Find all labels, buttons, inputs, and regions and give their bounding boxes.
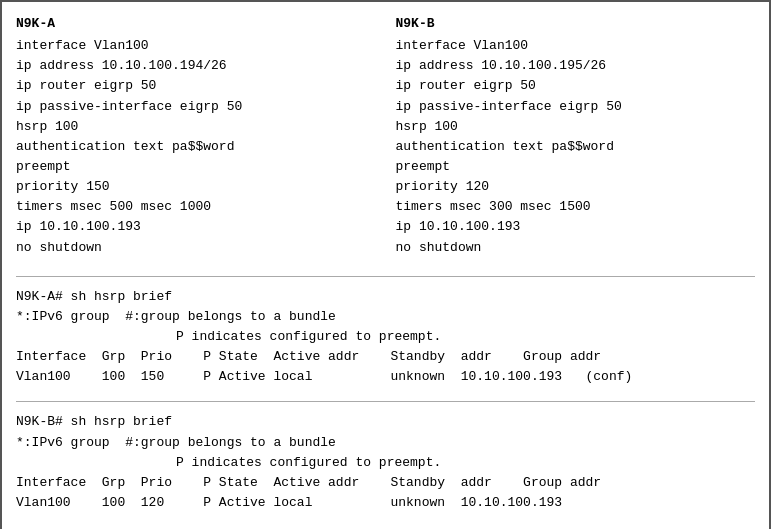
code-line: hsrp 100 <box>396 117 756 137</box>
hsrp-a-legend2: P indicates configured to preempt. <box>16 327 755 347</box>
code-line: no shutdown <box>396 238 756 258</box>
code-line: ip passive-interface eigrp 50 <box>16 97 376 117</box>
main-container: N9K-A interface Vlan100ip address 10.10.… <box>0 0 771 529</box>
code-line: ip router eigrp 50 <box>16 76 376 96</box>
hsrp-b-section: N9K-B# sh hsrp brief *:IPv6 group #:grou… <box>16 412 755 513</box>
hsrp-b-data: Vlan100 100 120 P Active local unknown 1… <box>16 493 755 513</box>
code-line: interface Vlan100 <box>396 36 756 56</box>
code-line: ip 10.10.100.193 <box>396 217 756 237</box>
node-a-lines: interface Vlan100ip address 10.10.100.19… <box>16 36 376 258</box>
code-line: preempt <box>396 157 756 177</box>
code-line: ip 10.10.100.193 <box>16 217 376 237</box>
code-line: authentication text pa$$word <box>396 137 756 157</box>
code-line: authentication text pa$$word <box>16 137 376 157</box>
code-line: timers msec 500 msec 1000 <box>16 197 376 217</box>
divider-1 <box>16 276 755 277</box>
divider-2 <box>16 401 755 402</box>
code-line: priority 150 <box>16 177 376 197</box>
hsrp-a-legend1: *:IPv6 group #:group belongs to a bundle <box>16 307 755 327</box>
config-section: N9K-A interface Vlan100ip address 10.10.… <box>16 14 755 258</box>
node-a-title: N9K-A <box>16 14 376 34</box>
hsrp-b-legend2: P indicates configured to preempt. <box>16 453 755 473</box>
node-b-title: N9K-B <box>396 14 756 34</box>
code-line: ip passive-interface eigrp 50 <box>396 97 756 117</box>
code-line: hsrp 100 <box>16 117 376 137</box>
hsrp-a-section: N9K-A# sh hsrp brief *:IPv6 group #:grou… <box>16 287 755 388</box>
hsrp-b-header: Interface Grp Prio P State Active addr S… <box>16 473 755 493</box>
code-line: priority 120 <box>396 177 756 197</box>
node-a-config: N9K-A interface Vlan100ip address 10.10.… <box>16 14 386 258</box>
code-line: ip address 10.10.100.194/26 <box>16 56 376 76</box>
hsrp-b-legend1: *:IPv6 group #:group belongs to a bundle <box>16 433 755 453</box>
code-line: ip router eigrp 50 <box>396 76 756 96</box>
code-line: no shutdown <box>16 238 376 258</box>
code-line: preempt <box>16 157 376 177</box>
hsrp-b-prompt: N9K-B# sh hsrp brief <box>16 412 755 432</box>
node-b-lines: interface Vlan100ip address 10.10.100.19… <box>396 36 756 258</box>
code-line: ip address 10.10.100.195/26 <box>396 56 756 76</box>
hsrp-a-data: Vlan100 100 150 P Active local unknown 1… <box>16 367 755 387</box>
code-line: timers msec 300 msec 1500 <box>396 197 756 217</box>
hsrp-a-prompt: N9K-A# sh hsrp brief <box>16 287 755 307</box>
hsrp-a-header: Interface Grp Prio P State Active addr S… <box>16 347 755 367</box>
code-line: interface Vlan100 <box>16 36 376 56</box>
node-b-config: N9K-B interface Vlan100ip address 10.10.… <box>386 14 756 258</box>
